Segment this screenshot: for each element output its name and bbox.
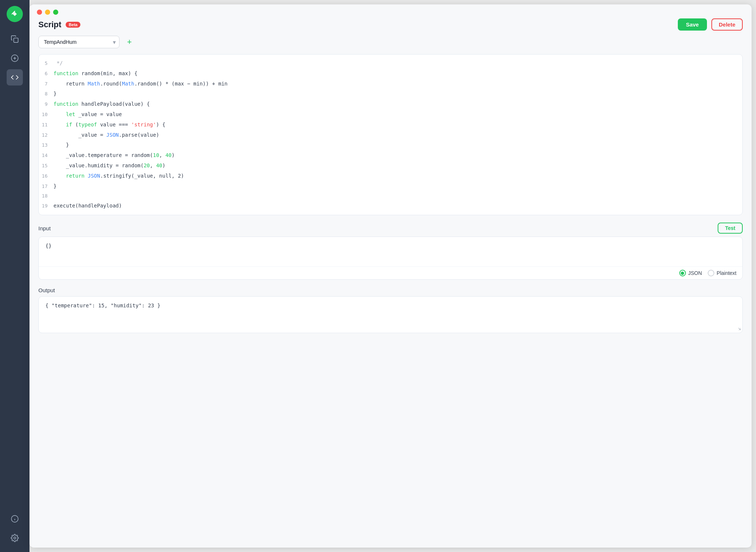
line-number: 6 (39, 70, 53, 78)
sidebar-item-code[interactable] (7, 69, 23, 85)
input-content[interactable]: {} (39, 237, 742, 266)
code-line: 7 return Math.round(Math.random() * (max… (39, 79, 742, 89)
code-line: 14 _value.temperature = random(10, 40) (39, 150, 742, 161)
add-script-button[interactable]: + (123, 36, 136, 48)
content-area: 5 */6function random(min, max) {7 return… (30, 54, 752, 548)
input-header: Input Test (38, 223, 743, 234)
code-line: 17} (39, 181, 742, 192)
line-number: 12 (39, 131, 53, 139)
sidebar-bottom (7, 511, 23, 546)
line-content: _value = JSON.parse(value) (53, 131, 159, 140)
output-section: Output { "temperature": 15, "humidity": … (38, 287, 743, 333)
line-content: } (53, 182, 56, 191)
code-line: 19execute(handlePayload) (39, 201, 742, 211)
selector-row: TempAndHum ▾ + (30, 36, 752, 54)
sidebar-item-add[interactable] (7, 50, 23, 66)
code-line: 15 _value.humidity = random(20, 40) (39, 161, 742, 171)
close-button[interactable] (37, 10, 42, 15)
code-line: 10 let _value = value (39, 109, 742, 120)
output-label: Output (38, 287, 55, 293)
line-number: 15 (39, 162, 53, 170)
page-header: Script Beta Save Delete (30, 18, 752, 36)
sidebar-item-settings[interactable] (7, 530, 23, 546)
line-content: */ (53, 59, 63, 68)
sidebar-nav (7, 31, 23, 511)
line-content: let _value = value (53, 110, 122, 119)
line-content: function random(min, max) { (53, 69, 138, 78)
code-line: 11 if (typeof value === 'string') { (39, 120, 742, 130)
sidebar-item-info[interactable] (7, 511, 23, 527)
code-line: 18 (39, 191, 742, 201)
line-number: 7 (39, 80, 53, 88)
app-logo[interactable] (7, 6, 23, 22)
line-content: _value.humidity = random(20, 40) (53, 161, 165, 170)
script-select-wrapper: TempAndHum ▾ (38, 36, 119, 48)
output-box: { "temperature": 15, "humidity": 23 } ⇲ (38, 296, 743, 333)
line-number: 19 (39, 202, 53, 210)
output-header: Output (38, 287, 743, 293)
line-content: return Math.round(Math.random() * (max −… (53, 80, 228, 88)
line-number: 16 (39, 172, 53, 180)
code-line: 12 _value = JSON.parse(value) (39, 130, 742, 140)
line-number: 11 (39, 121, 53, 129)
json-label: JSON (688, 270, 702, 276)
line-content: execute(handlePayload) (53, 202, 122, 210)
line-number: 10 (39, 111, 53, 119)
input-section: Input Test {} JSON Plaintext (38, 223, 743, 280)
main-window: Script Beta Save Delete TempAndHum ▾ + 5… (30, 4, 752, 548)
code-line: 8} (39, 89, 742, 99)
sidebar-item-copy[interactable] (7, 31, 23, 47)
line-number: 5 (39, 59, 53, 67)
plaintext-radio[interactable]: Plaintext (708, 270, 736, 276)
json-radio-dot (679, 270, 686, 276)
code-line: 5 */ (39, 58, 742, 69)
line-content: function handlePayload(value) { (53, 100, 150, 109)
minimize-button[interactable] (45, 10, 50, 15)
line-number: 9 (39, 100, 53, 108)
code-line: 16 return JSON.stringify(_value, null, 2… (39, 171, 742, 181)
code-line: 13 } (39, 140, 742, 150)
input-label: Input (38, 225, 51, 231)
code-editor[interactable]: 5 */6function random(min, max) {7 return… (38, 54, 743, 215)
line-number: 17 (39, 182, 53, 191)
line-content: _value.temperature = random(10, 40) (53, 151, 175, 160)
svg-point-7 (14, 537, 16, 539)
delete-button[interactable]: Delete (711, 18, 743, 31)
svg-rect-0 (14, 38, 18, 42)
code-line: 9function handlePayload(value) { (39, 99, 742, 109)
line-content: if (typeof value === 'string') { (53, 120, 165, 129)
title-bar (30, 4, 752, 18)
sidebar (0, 0, 30, 552)
json-radio[interactable]: JSON (679, 270, 702, 276)
line-number: 18 (39, 192, 53, 200)
line-number: 8 (39, 90, 53, 98)
code-lines: 5 */6function random(min, max) {7 return… (39, 55, 742, 215)
output-content: { "temperature": 15, "humidity": 23 } (45, 303, 736, 308)
maximize-button[interactable] (53, 10, 58, 15)
script-select[interactable]: TempAndHum (38, 36, 119, 48)
line-content: } (53, 90, 56, 98)
save-button[interactable]: Save (678, 18, 707, 31)
page-title: Script (38, 20, 61, 29)
line-content: } (53, 141, 69, 150)
line-content: return JSON.stringify(_value, null, 2) (53, 172, 184, 181)
plaintext-radio-dot (708, 270, 714, 276)
beta-badge: Beta (66, 22, 80, 28)
code-line: 6function random(min, max) { (39, 69, 742, 79)
resize-handle[interactable]: ⇲ (738, 326, 741, 331)
line-number: 14 (39, 151, 53, 160)
input-box: {} JSON Plaintext (38, 237, 743, 280)
plaintext-label: Plaintext (717, 270, 736, 276)
line-number: 13 (39, 141, 53, 149)
input-footer: JSON Plaintext (39, 266, 742, 279)
format-radio-group: JSON Plaintext (679, 270, 736, 276)
test-button[interactable]: Test (718, 223, 743, 234)
